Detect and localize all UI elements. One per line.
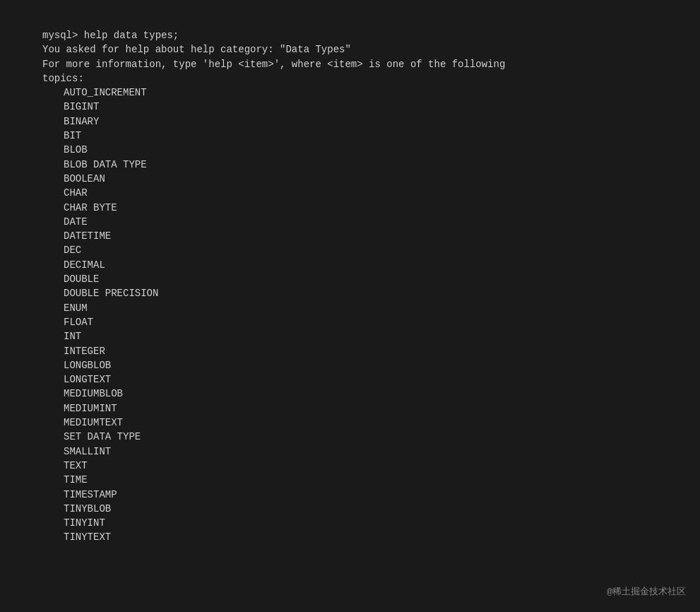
topic-item: DOUBLE PRECISION	[42, 286, 658, 300]
info-line-1: You asked for help about help category: …	[42, 42, 658, 57]
topic-item: TIME	[42, 473, 658, 487]
topic-item: INT	[42, 329, 658, 343]
topic-item: BLOB DATA TYPE	[42, 158, 658, 172]
topic-item: TEXT	[42, 459, 658, 473]
topic-item: BINARY	[42, 114, 658, 129]
topic-item: TINYTEXT	[42, 530, 658, 544]
topic-item: LONGTEXT	[42, 372, 658, 387]
topic-item: FLOAT	[42, 315, 658, 329]
topic-item: MEDIUMTEXT	[42, 416, 658, 430]
topic-item: LONGBLOB	[42, 358, 658, 372]
command-line: mysql> help data types;	[42, 28, 658, 42]
topic-item: TINYINT	[42, 516, 658, 530]
topic-item: DATETIME	[42, 229, 658, 243]
topic-item: AUTO_INCREMENT	[42, 86, 658, 100]
topic-item: ENUM	[42, 301, 658, 315]
terminal-window: mysql> help data types; You asked for he…	[0, 0, 700, 573]
topic-item: DECIMAL	[42, 258, 658, 272]
topic-item: TIMESTAMP	[42, 488, 658, 502]
topic-item: SMALLINT	[42, 445, 658, 459]
topic-item: SET DATA TYPE	[42, 430, 658, 444]
topic-item: INTEGER	[42, 344, 658, 358]
topic-item: BIT	[42, 129, 658, 143]
topic-item: DATE	[42, 215, 658, 229]
topic-item: BIGINT	[42, 100, 658, 114]
topic-item: MEDIUMBLOB	[42, 387, 658, 401]
topic-item: CHAR	[42, 186, 658, 200]
topic-item: BLOB	[42, 143, 658, 157]
info-line-3: topics:	[42, 71, 658, 86]
info-line-2: For more information, type 'help <item>'…	[42, 57, 658, 71]
topics-list: AUTO_INCREMENTBIGINTBINARYBITBLOBBLOB DA…	[42, 86, 658, 545]
topic-item: BOOLEAN	[42, 172, 658, 186]
topic-item: DEC	[42, 243, 658, 257]
topic-item: MEDIUMINT	[42, 401, 658, 416]
topic-item: CHAR BYTE	[42, 201, 658, 215]
topic-item: DOUBLE	[42, 272, 658, 286]
topic-item: TINYBLOB	[42, 502, 658, 516]
watermark: @稀土掘金技术社区	[607, 585, 686, 598]
